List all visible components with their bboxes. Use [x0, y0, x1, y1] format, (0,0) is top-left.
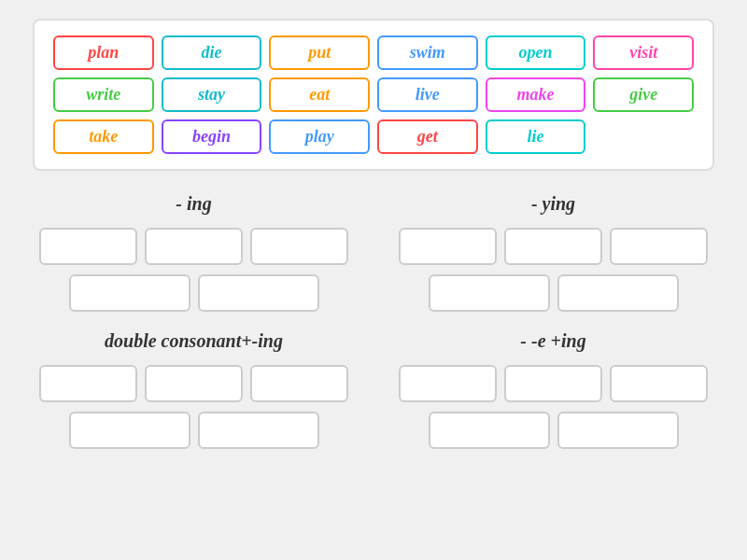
drop-row-ing-2	[33, 274, 355, 312]
drop-box[interactable]	[429, 274, 550, 312]
drop-box[interactable]	[399, 365, 497, 402]
word-chip[interactable]: begin	[162, 119, 262, 154]
sort-group-eing: - -e +ing	[392, 330, 714, 449]
word-chip[interactable]: plan	[53, 35, 154, 70]
word-chip[interactable]: play	[269, 119, 370, 154]
sort-group-ing: - ing	[33, 193, 355, 312]
drop-box[interactable]	[69, 274, 190, 312]
word-chip[interactable]: visit	[593, 35, 694, 70]
word-chip[interactable]: stay	[162, 77, 262, 112]
drop-box[interactable]	[610, 228, 708, 265]
sort-title-double: double consonant+-ing	[33, 330, 355, 352]
word-chip[interactable]: live	[377, 77, 478, 112]
word-bank-grid: plandieputswimopenvisitwritestayeatlivem…	[53, 35, 694, 154]
drop-row-eing-1	[392, 365, 714, 402]
drop-box[interactable]	[250, 365, 348, 402]
drop-row-ing-1	[33, 228, 355, 265]
drop-box[interactable]	[504, 365, 602, 402]
word-chip[interactable]: give	[593, 77, 694, 112]
word-chip[interactable]: open	[486, 35, 586, 70]
drop-box[interactable]	[39, 365, 137, 402]
drop-box[interactable]	[145, 365, 243, 402]
drop-box[interactable]	[610, 365, 708, 402]
word-chip[interactable]: write	[53, 77, 154, 112]
drop-box[interactable]	[198, 274, 319, 312]
drop-box[interactable]	[198, 412, 319, 449]
sort-group-ying: - ying	[392, 193, 714, 312]
drop-row-double-2	[33, 412, 355, 449]
drop-row-double-1	[33, 365, 355, 402]
word-chip[interactable]: eat	[269, 77, 370, 112]
word-chip[interactable]: put	[269, 35, 370, 70]
word-chip[interactable]: die	[162, 35, 262, 70]
drop-row-eing-2	[392, 412, 714, 449]
drop-row-ying-1	[392, 228, 714, 265]
word-chip[interactable]: take	[53, 119, 154, 154]
word-chip[interactable]: swim	[377, 35, 478, 70]
drop-box[interactable]	[69, 412, 190, 449]
drop-box[interactable]	[399, 228, 497, 265]
drop-box[interactable]	[429, 412, 550, 449]
sort-group-double: double consonant+-ing	[33, 330, 355, 449]
word-chip[interactable]: lie	[486, 119, 586, 154]
sort-title-eing: - -e +ing	[392, 330, 714, 352]
word-bank: plandieputswimopenvisitwritestayeatlivem…	[33, 19, 714, 171]
drop-box[interactable]	[39, 228, 137, 265]
sort-title-ing: - ing	[33, 193, 355, 215]
drop-box[interactable]	[145, 228, 243, 265]
drop-row-ying-2	[392, 274, 714, 312]
drop-box[interactable]	[557, 412, 679, 449]
drop-box[interactable]	[557, 274, 679, 312]
sort-area: - ing - ying double consonant+-ing	[33, 193, 714, 449]
drop-box[interactable]	[504, 228, 602, 265]
sort-title-ying: - ying	[392, 193, 714, 215]
drop-box[interactable]	[250, 228, 348, 265]
word-chip[interactable]: get	[377, 119, 478, 154]
word-chip[interactable]: make	[486, 77, 586, 112]
